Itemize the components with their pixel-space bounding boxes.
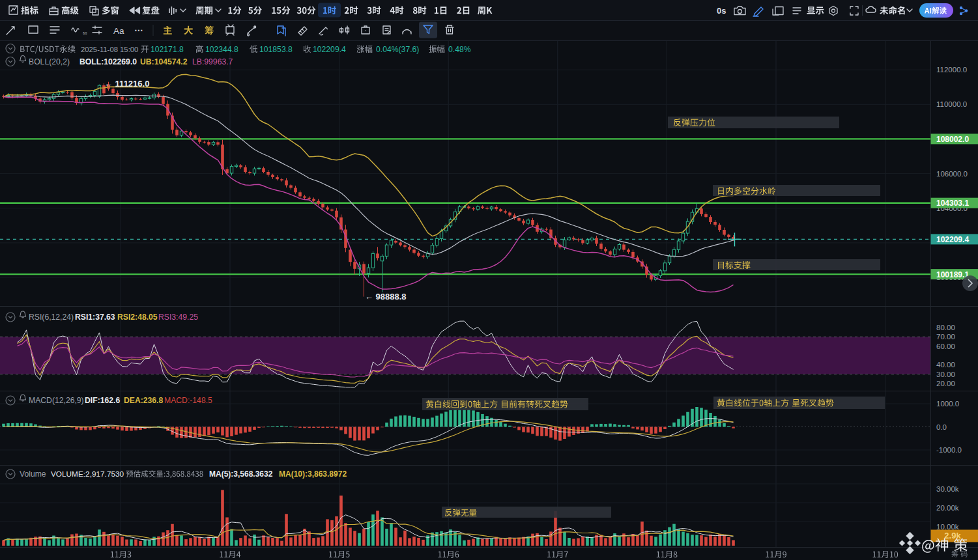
svg-text:MA(10):3,863.8972: MA(10):3,863.8972: [279, 469, 347, 479]
svg-text:20.00k: 20.00k: [936, 504, 959, 512]
svg-text:112000.0: 112000.0: [936, 66, 967, 74]
svg-text:106000.0: 106000.0: [936, 170, 968, 178]
svg-text:RSI1:37.63: RSI1:37.63: [75, 313, 115, 322]
svg-text:40.00: 40.00: [936, 361, 955, 369]
svg-text:110000.0: 110000.0: [936, 100, 967, 108]
svg-text:100189.1: 100189.1: [936, 270, 969, 279]
svg-text:102209.4: 102209.4: [936, 235, 969, 244]
svg-text:2.9k: 2.9k: [944, 531, 961, 540]
svg-text:104303.1: 104303.1: [936, 199, 969, 208]
svg-text:-1000.0: -1000.0: [936, 446, 962, 454]
svg-text:30.00k: 30.00k: [936, 485, 959, 493]
svg-text:← 98888.8: ← 98888.8: [365, 292, 407, 301]
svg-text:0.0: 0.0: [936, 423, 947, 431]
svg-text:UB:104574.2: UB:104574.2: [140, 57, 188, 66]
svg-text:LB:99963.7: LB:99963.7: [192, 57, 233, 66]
svg-text:101853.8: 101853.8: [259, 45, 293, 54]
svg-text:Volume: Volume: [20, 469, 46, 479]
svg-text:MACD:-148.5: MACD:-148.5: [164, 396, 212, 405]
svg-text:VOLUME:2,917.7530: VOLUME:2,917.7530: [51, 469, 124, 479]
svg-text:DIF:162.6: DIF:162.6: [85, 396, 120, 405]
svg-text:80.00: 80.00: [936, 324, 955, 331]
svg-text:102171.8: 102171.8: [151, 45, 184, 54]
svg-text:20.00: 20.00: [936, 380, 955, 387]
svg-text:0s: 0s: [717, 6, 726, 16]
svg-text:1000.0: 1000.0: [936, 400, 959, 408]
svg-text:0.04%(37.6): 0.04%(37.6): [376, 45, 419, 54]
svg-text:⋯: ⋯: [134, 25, 143, 35]
svg-text:RSI(6,12,24): RSI(6,12,24): [29, 313, 74, 322]
svg-text:Aa: Aa: [113, 26, 124, 36]
svg-text:RSI2:48.05: RSI2:48.05: [117, 313, 158, 322]
svg-text:MA(5):3,568.3632: MA(5):3,568.3632: [209, 469, 273, 479]
svg-text:RSI3:49.25: RSI3:49.25: [158, 313, 198, 322]
svg-text:60.00: 60.00: [936, 343, 955, 350]
svg-text:2025-11-08 15:00: 2025-11-08 15:00: [81, 46, 138, 53]
svg-text:30.00: 30.00: [936, 371, 955, 378]
svg-text:108002.0: 108002.0: [936, 135, 969, 144]
svg-text:10.00k: 10.00k: [936, 523, 959, 531]
svg-text:BOLL(20,2): BOLL(20,2): [29, 57, 70, 66]
svg-text:MACD(12,26,9): MACD(12,26,9): [29, 396, 84, 405]
svg-text:70.00: 70.00: [936, 333, 955, 341]
svg-text:102344.8: 102344.8: [205, 45, 238, 54]
svg-text:102209.4: 102209.4: [313, 45, 346, 54]
svg-text:₆₀: ₆₀: [83, 29, 87, 35]
svg-text:BOLL:102269.0: BOLL:102269.0: [79, 57, 137, 66]
svg-text:0.48%: 0.48%: [448, 45, 471, 54]
svg-text:← 111216.0: ← 111216.0: [104, 79, 149, 89]
svg-text:DEA:236.8: DEA:236.8: [124, 396, 164, 405]
